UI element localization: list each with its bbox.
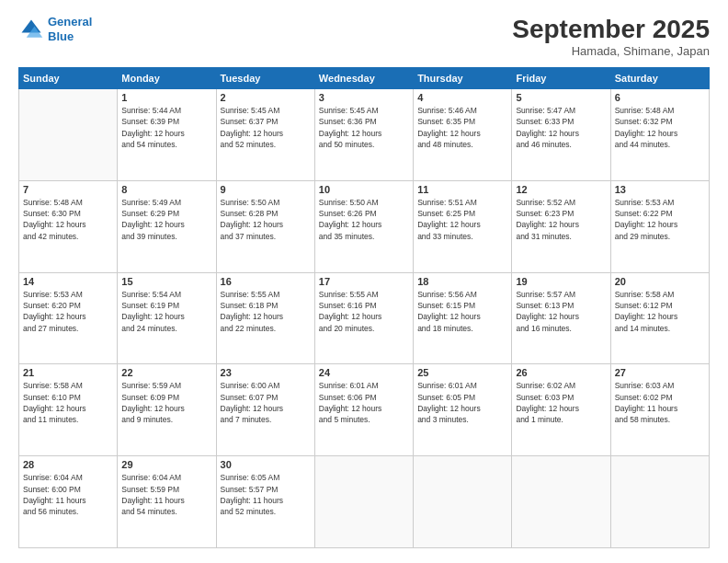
logo-icon — [18, 17, 44, 42]
day-info: Sunrise: 5:45 AM Sunset: 6:36 PM Dayligh… — [319, 105, 409, 150]
day-info: Sunrise: 5:51 AM Sunset: 6:25 PM Dayligh… — [417, 197, 507, 242]
day-info: Sunrise: 6:04 AM Sunset: 5:59 PM Dayligh… — [121, 472, 211, 517]
day-info: Sunrise: 5:56 AM Sunset: 6:15 PM Dayligh… — [417, 289, 507, 334]
table-row: 16Sunrise: 5:55 AM Sunset: 6:18 PM Dayli… — [216, 272, 314, 364]
table-row: 11Sunrise: 5:51 AM Sunset: 6:25 PM Dayli… — [414, 180, 512, 272]
month-title: September 2025 — [512, 15, 710, 44]
day-number: 24 — [319, 367, 409, 378]
table-row: 7Sunrise: 5:48 AM Sunset: 6:30 PM Daylig… — [19, 180, 118, 272]
table-row: 18Sunrise: 5:56 AM Sunset: 6:15 PM Dayli… — [414, 272, 512, 364]
table-row — [512, 456, 610, 548]
header: General Blue September 2025 Hamada, Shim… — [18, 15, 710, 58]
table-row: 26Sunrise: 6:02 AM Sunset: 6:03 PM Dayli… — [512, 364, 610, 456]
day-info: Sunrise: 5:50 AM Sunset: 6:28 PM Dayligh… — [221, 197, 311, 242]
col-wednesday: Wednesday — [314, 68, 413, 89]
day-number: 16 — [221, 276, 311, 287]
day-number: 30 — [221, 459, 311, 470]
table-row: 19Sunrise: 5:57 AM Sunset: 6:13 PM Dayli… — [512, 272, 610, 364]
day-number: 21 — [23, 367, 113, 378]
table-row: 14Sunrise: 5:53 AM Sunset: 6:20 PM Dayli… — [19, 272, 118, 364]
day-info: Sunrise: 5:58 AM Sunset: 6:10 PM Dayligh… — [23, 380, 113, 425]
title-block: September 2025 Hamada, Shimane, Japan — [512, 15, 710, 58]
table-row: 2Sunrise: 5:45 AM Sunset: 6:37 PM Daylig… — [216, 89, 314, 181]
day-info: Sunrise: 6:03 AM Sunset: 6:02 PM Dayligh… — [615, 380, 705, 425]
calendar: Sunday Monday Tuesday Wednesday Thursday… — [18, 67, 710, 548]
day-number: 26 — [516, 367, 606, 378]
logo-text: General Blue — [48, 15, 92, 43]
col-saturday: Saturday — [610, 68, 709, 89]
table-row: 28Sunrise: 6:04 AM Sunset: 6:00 PM Dayli… — [19, 456, 118, 548]
day-info: Sunrise: 5:58 AM Sunset: 6:12 PM Dayligh… — [615, 289, 705, 334]
day-number: 8 — [121, 184, 211, 195]
logo-line1: General — [48, 15, 92, 29]
day-info: Sunrise: 5:48 AM Sunset: 6:32 PM Dayligh… — [615, 105, 705, 150]
day-number: 4 — [417, 92, 507, 103]
table-row — [610, 456, 709, 548]
day-number: 17 — [319, 276, 409, 287]
day-number: 11 — [417, 184, 507, 195]
table-row: 12Sunrise: 5:52 AM Sunset: 6:23 PM Dayli… — [512, 180, 610, 272]
location: Hamada, Shimane, Japan — [512, 44, 710, 58]
table-row: 1Sunrise: 5:44 AM Sunset: 6:39 PM Daylig… — [118, 89, 216, 181]
day-number: 29 — [121, 459, 211, 470]
day-number: 23 — [221, 367, 311, 378]
day-number: 3 — [319, 92, 409, 103]
table-row: 4Sunrise: 5:46 AM Sunset: 6:35 PM Daylig… — [414, 89, 512, 181]
calendar-header: Sunday Monday Tuesday Wednesday Thursday… — [19, 68, 710, 89]
day-number: 27 — [615, 367, 705, 378]
table-row: 17Sunrise: 5:55 AM Sunset: 6:16 PM Dayli… — [314, 272, 413, 364]
table-row: 13Sunrise: 5:53 AM Sunset: 6:22 PM Dayli… — [610, 180, 709, 272]
col-tuesday: Tuesday — [216, 68, 314, 89]
table-row — [314, 456, 413, 548]
day-info: Sunrise: 5:46 AM Sunset: 6:35 PM Dayligh… — [417, 105, 507, 150]
col-monday: Monday — [118, 68, 216, 89]
col-friday: Friday — [512, 68, 610, 89]
table-row: 22Sunrise: 5:59 AM Sunset: 6:09 PM Dayli… — [118, 364, 216, 456]
day-info: Sunrise: 5:59 AM Sunset: 6:09 PM Dayligh… — [121, 380, 211, 425]
table-row: 9Sunrise: 5:50 AM Sunset: 6:28 PM Daylig… — [216, 180, 314, 272]
page: General Blue September 2025 Hamada, Shim… — [0, 0, 728, 563]
day-info: Sunrise: 5:53 AM Sunset: 6:22 PM Dayligh… — [615, 197, 705, 242]
table-row: 6Sunrise: 5:48 AM Sunset: 6:32 PM Daylig… — [610, 89, 709, 181]
table-row: 21Sunrise: 5:58 AM Sunset: 6:10 PM Dayli… — [19, 364, 118, 456]
day-info: Sunrise: 6:04 AM Sunset: 6:00 PM Dayligh… — [23, 472, 113, 517]
day-number: 14 — [23, 276, 113, 287]
day-number: 18 — [417, 276, 507, 287]
day-info: Sunrise: 5:48 AM Sunset: 6:30 PM Dayligh… — [23, 197, 113, 242]
table-row — [414, 456, 512, 548]
day-info: Sunrise: 6:01 AM Sunset: 6:06 PM Dayligh… — [319, 380, 409, 425]
day-number: 12 — [516, 184, 606, 195]
day-number: 13 — [615, 184, 705, 195]
header-row: Sunday Monday Tuesday Wednesday Thursday… — [19, 68, 710, 89]
day-info: Sunrise: 5:49 AM Sunset: 6:29 PM Dayligh… — [121, 197, 211, 242]
table-row: 29Sunrise: 6:04 AM Sunset: 5:59 PM Dayli… — [118, 456, 216, 548]
calendar-body: 1Sunrise: 5:44 AM Sunset: 6:39 PM Daylig… — [19, 89, 710, 548]
day-info: Sunrise: 6:01 AM Sunset: 6:05 PM Dayligh… — [417, 380, 507, 425]
table-row: 10Sunrise: 5:50 AM Sunset: 6:26 PM Dayli… — [314, 180, 413, 272]
day-number: 7 — [23, 184, 113, 195]
logo: General Blue — [18, 15, 92, 43]
day-info: Sunrise: 5:53 AM Sunset: 6:20 PM Dayligh… — [23, 289, 113, 334]
day-info: Sunrise: 6:00 AM Sunset: 6:07 PM Dayligh… — [221, 380, 311, 425]
day-info: Sunrise: 5:55 AM Sunset: 6:16 PM Dayligh… — [319, 289, 409, 334]
table-row: 8Sunrise: 5:49 AM Sunset: 6:29 PM Daylig… — [118, 180, 216, 272]
day-number: 28 — [23, 459, 113, 470]
table-row: 15Sunrise: 5:54 AM Sunset: 6:19 PM Dayli… — [118, 272, 216, 364]
day-number: 9 — [221, 184, 311, 195]
day-number: 1 — [121, 92, 211, 103]
table-row: 23Sunrise: 6:00 AM Sunset: 6:07 PM Dayli… — [216, 364, 314, 456]
table-row: 24Sunrise: 6:01 AM Sunset: 6:06 PM Dayli… — [314, 364, 413, 456]
day-info: Sunrise: 5:55 AM Sunset: 6:18 PM Dayligh… — [221, 289, 311, 334]
table-row — [19, 89, 118, 181]
day-info: Sunrise: 6:02 AM Sunset: 6:03 PM Dayligh… — [516, 380, 606, 425]
day-info: Sunrise: 5:57 AM Sunset: 6:13 PM Dayligh… — [516, 289, 606, 334]
logo-line2: Blue — [48, 29, 74, 43]
col-thursday: Thursday — [414, 68, 512, 89]
day-info: Sunrise: 5:52 AM Sunset: 6:23 PM Dayligh… — [516, 197, 606, 242]
table-row: 20Sunrise: 5:58 AM Sunset: 6:12 PM Dayli… — [610, 272, 709, 364]
day-number: 19 — [516, 276, 606, 287]
day-info: Sunrise: 5:47 AM Sunset: 6:33 PM Dayligh… — [516, 105, 606, 150]
day-number: 2 — [221, 92, 311, 103]
day-info: Sunrise: 5:50 AM Sunset: 6:26 PM Dayligh… — [319, 197, 409, 242]
table-row: 30Sunrise: 6:05 AM Sunset: 5:57 PM Dayli… — [216, 456, 314, 548]
